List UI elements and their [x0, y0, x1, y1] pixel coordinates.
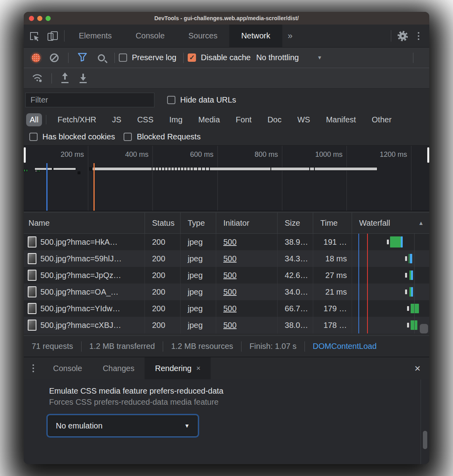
device-toolbar-icon[interactable] [44, 25, 62, 47]
settings-gear-icon[interactable] [394, 25, 412, 47]
throttling-select[interactable]: No throttling ▼ [256, 53, 322, 62]
request-row[interactable]: 500.jpg?hmac=OA_…200jpeg50034.0…21 ms [24, 284, 429, 300]
network-conditions-icon[interactable] [32, 72, 44, 84]
overview-bar-tick [155, 167, 156, 171]
overview-right-handle[interactable] [427, 147, 429, 163]
rendering-scrollbar-track[interactable] [421, 379, 429, 464]
type-filter-other[interactable]: Other [368, 113, 395, 126]
request-name-cell[interactable]: 500.jpg?hmac=OA_… [24, 284, 145, 300]
request-row[interactable]: 500.jpg?hmac=cXBJ…200jpeg50038.0…178 … [24, 317, 429, 333]
request-name[interactable]: 500.jpg?hmac=YIdw… [40, 304, 120, 313]
request-name[interactable]: 500.jpg?hmac=JpQz… [40, 271, 121, 280]
blocked-requests-checkbox[interactable] [124, 133, 132, 141]
column-header-label: Status [152, 219, 175, 228]
request-name-cell[interactable]: 500.jpg?hmac=HkA… [24, 234, 145, 250]
customize-menu-icon[interactable] [412, 25, 425, 47]
tab-network[interactable]: Network [229, 25, 282, 47]
column-header-label: Size [285, 219, 300, 228]
filter-input[interactable] [25, 93, 154, 107]
initiator-link[interactable]: 500 [223, 304, 236, 313]
overview-left-handle[interactable] [24, 147, 26, 163]
column-header-size[interactable]: Size [277, 213, 313, 233]
initiator-link[interactable]: 500 [223, 271, 236, 280]
overview-bar-tick [167, 167, 168, 171]
initiator-link[interactable]: 500 [223, 254, 236, 263]
column-header-waterfall[interactable]: Waterfall▲ [352, 213, 429, 233]
request-name[interactable]: 500.jpg?hmac=cXBJ… [40, 321, 121, 330]
column-header-name[interactable]: Name [24, 213, 145, 233]
type-filter-media[interactable]: Media [195, 113, 223, 126]
initiator-link[interactable]: 500 [223, 238, 236, 247]
initiator-link[interactable]: 500 [223, 321, 236, 330]
type-filter-font[interactable]: Font [232, 113, 255, 126]
overview-gridline [346, 146, 347, 211]
overview-bar-tick [171, 167, 171, 171]
request-name-cell[interactable]: 500.jpg?hmac=YIdw… [24, 300, 145, 317]
drawer-close-icon[interactable]: × [406, 357, 429, 379]
search-network-icon[interactable] [98, 54, 105, 61]
hide-data-urls-checkbox[interactable] [167, 96, 175, 104]
drawer-tab-rendering[interactable]: Rendering× [145, 357, 211, 379]
request-name[interactable]: 500.jpg?hmac=HkA… [40, 238, 118, 247]
drawer-menu-icon[interactable] [24, 357, 43, 379]
type-filter-js[interactable]: JS [108, 113, 125, 126]
column-header-type[interactable]: Type [180, 213, 216, 233]
type-filter-img[interactable]: Img [166, 113, 186, 126]
close-tab-icon[interactable]: × [196, 364, 201, 373]
request-row[interactable]: 500.jpg?hmac=YIdw…200jpeg50066.7…179 … [24, 300, 429, 317]
type-filter-manifest[interactable]: Manifest [322, 113, 360, 126]
initiator-link[interactable]: 500 [223, 288, 236, 297]
tab-elements[interactable]: Elements [67, 25, 124, 47]
request-time-cell: 178 … [313, 317, 352, 333]
close-window-button[interactable] [29, 16, 34, 21]
type-filter-ws[interactable]: WS [294, 113, 314, 126]
drawer-tab-console[interactable]: Console [43, 357, 92, 379]
drawer-tab-changes[interactable]: Changes [92, 357, 145, 379]
request-name[interactable]: 500.jpg?hmac=59hlJ… [40, 254, 122, 263]
preserve-log-checkbox[interactable] [119, 53, 127, 62]
emulation-select[interactable]: No emulation ▼ [48, 415, 198, 436]
export-har-icon[interactable] [79, 74, 88, 83]
clear-network-log-icon[interactable] [50, 53, 59, 62]
request-row[interactable]: 500.jpg?hmac=JpQz…200jpeg50042.6…27 ms [24, 267, 429, 284]
tab-console[interactable]: Console [124, 25, 176, 47]
main-tabbar: ElementsConsoleSourcesNetwork » [24, 25, 429, 48]
network-overview-timeline[interactable]: 200 ms400 ms600 ms800 ms1000 ms1200 ms [24, 146, 429, 211]
request-type-cell: jpeg [180, 250, 216, 267]
record-network-log-button[interactable] [32, 53, 40, 62]
drawer-tabs: ConsoleChangesRendering× [43, 357, 211, 379]
request-status-cell: 200 [145, 300, 180, 317]
import-har-icon[interactable] [61, 74, 69, 83]
request-name-cell[interactable]: 500.jpg?hmac=59hlJ… [24, 250, 145, 267]
request-name-cell[interactable]: 500.jpg?hmac=JpQz… [24, 267, 145, 284]
tab-sources[interactable]: Sources [177, 25, 229, 47]
column-header-time[interactable]: Time [313, 213, 352, 233]
waterfall-cell [352, 267, 429, 284]
type-filter-css[interactable]: CSS [133, 113, 157, 126]
zoom-window-button[interactable] [46, 16, 51, 21]
dom-content-loaded-stat[interactable]: DOMContentLoad [313, 342, 377, 351]
hide-data-urls-label: Hide data URLs [180, 95, 236, 105]
divider [51, 73, 52, 84]
request-row[interactable]: 500.jpg?hmac=59hlJ…200jpeg50034.3…18 ms [24, 250, 429, 267]
request-name-cell[interactable]: 500.jpg?hmac=cXBJ… [24, 317, 145, 333]
type-filter-fetchxhr[interactable]: Fetch/XHR [54, 113, 100, 126]
table-scrollbar-thumb[interactable] [420, 324, 428, 333]
column-header-initiator[interactable]: Initiator [216, 213, 277, 233]
waterfall-cell [352, 317, 429, 333]
minimize-window-button[interactable] [37, 16, 42, 21]
drawer-tab-label: Console [53, 364, 82, 373]
type-filter-all[interactable]: All [26, 113, 42, 126]
request-row[interactable]: 500.jpg?hmac=HkA…200jpeg50038.9…191 … [24, 234, 429, 250]
inspect-element-icon[interactable] [25, 25, 44, 47]
has-blocked-cookies-checkbox[interactable] [29, 133, 38, 141]
rendering-scrollbar-thumb[interactable] [423, 431, 427, 449]
filter-funnel-icon[interactable] [77, 52, 88, 64]
disable-cache-label: Disable cache [201, 53, 251, 62]
type-filter-doc[interactable]: Doc [264, 113, 285, 126]
more-tabs-icon[interactable]: » [282, 25, 298, 47]
divider [305, 341, 305, 352]
disable-cache-checkbox[interactable]: ✓ [188, 53, 196, 62]
request-name[interactable]: 500.jpg?hmac=OA_… [40, 288, 118, 297]
column-header-status[interactable]: Status [145, 213, 180, 233]
